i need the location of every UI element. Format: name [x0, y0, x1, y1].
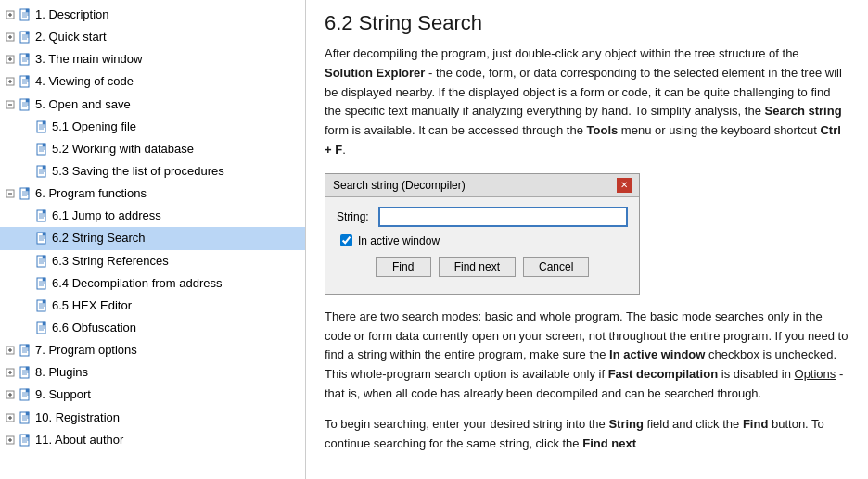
sidebar-item-item-6-4[interactable]: 6.4 Decompilation from address	[0, 272, 305, 295]
sidebar-item-label-item-6-4: 6.4 Decompilation from address	[52, 274, 223, 293]
sidebar-item-item-6[interactable]: 6. Program functions	[0, 183, 305, 205]
sidebar-item-item-6-5[interactable]: 6.5 HEX Editor	[0, 295, 305, 317]
svg-rect-95	[26, 345, 29, 347]
checkbox-label: In active window	[358, 234, 440, 247]
page-icon-item-9	[19, 388, 32, 401]
expand-icon-item-4	[4, 75, 17, 88]
svg-rect-62	[43, 210, 45, 213]
string-row: String:	[337, 207, 628, 227]
content-para3: To begin searching, enter your desired s…	[325, 415, 849, 454]
svg-rect-111	[26, 389, 29, 392]
string-input[interactable]	[378, 207, 628, 227]
svg-rect-127	[26, 435, 29, 437]
expand-icon-item-1	[4, 8, 17, 21]
sidebar-item-label-item-8: 8. Plugins	[35, 363, 88, 382]
sidebar-item-item-9[interactable]: 9. Support	[0, 384, 305, 406]
sidebar-item-item-10[interactable]: 10. Registration	[0, 407, 305, 429]
svg-rect-20	[26, 54, 29, 57]
page-icon-item-5-3	[35, 165, 48, 178]
page-icon-item-6-3	[35, 255, 48, 268]
sidebar-item-item-5[interactable]: 5. Open and save	[0, 94, 305, 116]
sidebar-item-label-item-5-1: 5.1 Opening file	[52, 118, 136, 136]
dialog-buttons: Find Find next Cancel	[337, 257, 628, 284]
sidebar-item-item-4[interactable]: 4. Viewing of code	[0, 70, 305, 93]
sidebar-item-label-item-6: 6. Program functions	[35, 184, 147, 203]
expand-icon-item-3	[4, 53, 17, 66]
sidebar-item-label-item-7: 7. Program options	[35, 341, 137, 359]
checkbox-row: In active window	[337, 234, 628, 247]
page-icon-item-4	[19, 75, 32, 88]
expand-icon-item-7	[4, 344, 17, 357]
page-icon-item-6-6	[35, 321, 48, 334]
sidebar-item-item-6-2[interactable]: 6.2 String Search	[0, 227, 305, 249]
sidebar-item-label-item-3: 3. The main window	[35, 50, 142, 69]
page-icon-item-6-1	[35, 209, 48, 222]
sidebar-item-item-8[interactable]: 8. Plugins	[0, 361, 305, 384]
svg-rect-45	[43, 144, 45, 146]
page-icon-item-6-2	[35, 232, 48, 245]
svg-rect-4	[26, 9, 29, 12]
sidebar-item-label-item-6-1: 6.1 Jump to address	[52, 207, 161, 225]
sidebar-item-item-5-2[interactable]: 5.2 Working with database	[0, 138, 305, 160]
search-dialog: Search string (Decompiler) ✕ String: In …	[325, 173, 640, 295]
find-button[interactable]: Find	[376, 257, 431, 277]
string-label: String:	[337, 210, 378, 223]
sidebar-item-label-item-4: 4. Viewing of code	[35, 72, 134, 91]
sidebar-item-item-5-1[interactable]: 5.1 Opening file	[0, 116, 305, 138]
sidebar-item-label-item-2: 2. Quick start	[35, 28, 107, 46]
sidebar-item-label-item-6-6: 6.6 Obfuscation	[52, 319, 136, 337]
sidebar-item-item-11[interactable]: 11. About author	[0, 429, 305, 451]
content-area: 6.2 String Search After decompiling the …	[306, 0, 868, 479]
active-window-checkbox[interactable]	[340, 234, 352, 246]
sidebar-item-label-item-10: 10. Registration	[35, 409, 120, 427]
svg-rect-67	[43, 233, 45, 235]
sidebar-item-label-item-6-3: 6.3 String References	[52, 252, 169, 271]
page-icon-item-8	[19, 366, 32, 379]
page-icon-item-6	[19, 187, 32, 200]
sidebar-item-item-2[interactable]: 2. Quick start	[0, 26, 305, 48]
svg-rect-28	[26, 76, 29, 79]
expand-icon-item-6	[4, 187, 17, 200]
sidebar-item-item-1[interactable]: 1. Description	[0, 4, 305, 26]
sidebar-item-label-item-1: 1. Description	[35, 6, 108, 24]
sidebar-item-item-5-3[interactable]: 5.3 Saving the list of procedures	[0, 160, 305, 183]
dialog-title-text: Search string (Decompiler)	[333, 179, 466, 192]
sidebar-item-item-6-1[interactable]: 6.1 Jump to address	[0, 205, 305, 227]
page-icon-item-7	[19, 344, 32, 357]
page-icon-item-11	[19, 434, 32, 447]
dialog-close-button[interactable]: ✕	[617, 178, 632, 193]
svg-rect-82	[43, 300, 45, 303]
page-icon-item-1	[19, 8, 32, 21]
expand-icon-item-9	[4, 388, 17, 401]
dialog-body: String: In active window Find Find next …	[326, 197, 639, 294]
sidebar-item-item-6-6[interactable]: 6.6 Obfuscation	[0, 317, 305, 339]
expand-icon-item-2	[4, 31, 17, 44]
svg-rect-12	[26, 32, 29, 34]
sidebar: 1. Description 2. Quick start 3. The mai…	[0, 0, 306, 479]
page-icon-item-6-5	[35, 299, 48, 312]
cancel-button[interactable]: Cancel	[523, 257, 589, 277]
expand-icon-item-10	[4, 411, 17, 424]
find-next-button[interactable]: Find next	[439, 257, 516, 277]
sidebar-item-label-item-6-2: 6.2 String Search	[52, 229, 145, 247]
sidebar-item-label-item-5-3: 5.3 Saving the list of procedures	[52, 162, 224, 181]
content-para1: After decompiling the program, just doub…	[325, 44, 849, 160]
svg-rect-119	[26, 412, 29, 415]
svg-rect-40	[43, 121, 45, 124]
sidebar-item-item-6-3[interactable]: 6.3 String References	[0, 250, 305, 272]
svg-rect-77	[43, 278, 45, 281]
expand-icon-item-8	[4, 366, 17, 379]
page-icon-item-3	[19, 53, 32, 66]
sidebar-item-label-item-9: 9. Support	[35, 385, 91, 404]
page-icon-item-10	[19, 411, 32, 424]
page-icon-item-5-2	[35, 143, 48, 156]
sidebar-item-item-7[interactable]: 7. Program options	[0, 339, 305, 361]
sidebar-item-label-item-11: 11. About author	[35, 431, 123, 449]
sidebar-item-label-item-6-5: 6.5 HEX Editor	[52, 296, 132, 315]
page-icon-item-2	[19, 31, 32, 44]
svg-rect-50	[43, 166, 45, 169]
page-icon-item-5	[19, 98, 32, 111]
sidebar-item-item-3[interactable]: 3. The main window	[0, 48, 305, 70]
expand-icon-item-11	[4, 434, 17, 447]
sidebar-item-label-item-5: 5. Open and save	[35, 95, 131, 114]
